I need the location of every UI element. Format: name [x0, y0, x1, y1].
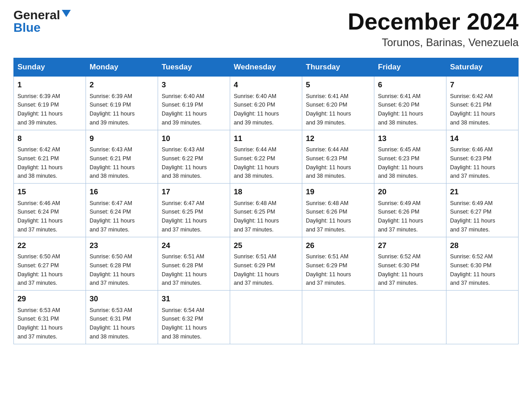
- day-info: Sunrise: 6:40 AMSunset: 6:20 PMDaylight:…: [234, 93, 279, 126]
- day-number: 14: [450, 133, 515, 145]
- day-number: 17: [162, 186, 226, 198]
- day-number: 3: [162, 79, 226, 91]
- day-number: 29: [17, 293, 82, 305]
- day-number: 7: [450, 79, 515, 91]
- day-info: Sunrise: 6:43 AMSunset: 6:22 PMDaylight:…: [162, 146, 207, 179]
- col-header-saturday: Saturday: [446, 58, 519, 77]
- day-number: 24: [162, 240, 226, 252]
- calendar-cell: [374, 291, 446, 344]
- logo-blue-text: Blue: [13, 21, 41, 34]
- col-header-tuesday: Tuesday: [158, 58, 230, 77]
- day-info: Sunrise: 6:52 AMSunset: 6:30 PMDaylight:…: [450, 253, 495, 286]
- day-number: 23: [90, 240, 154, 252]
- logo-triangle-icon: [62, 10, 71, 17]
- calendar-cell: 6 Sunrise: 6:41 AMSunset: 6:20 PMDayligh…: [374, 77, 446, 130]
- calendar-cell: [230, 291, 302, 344]
- day-info: Sunrise: 6:41 AMSunset: 6:20 PMDaylight:…: [378, 93, 423, 126]
- day-number: 11: [234, 133, 298, 145]
- day-number: 15: [17, 186, 82, 198]
- calendar-week-1: 1 Sunrise: 6:39 AMSunset: 6:19 PMDayligh…: [14, 77, 519, 130]
- day-info: Sunrise: 6:47 AMSunset: 6:24 PMDaylight:…: [90, 200, 135, 233]
- day-info: Sunrise: 6:49 AMSunset: 6:27 PMDaylight:…: [450, 200, 495, 233]
- day-info: Sunrise: 6:46 AMSunset: 6:23 PMDaylight:…: [450, 146, 495, 179]
- title-block: December 2024 Torunos, Barinas, Venezuel…: [348, 9, 519, 49]
- day-info: Sunrise: 6:48 AMSunset: 6:26 PMDaylight:…: [306, 200, 351, 233]
- day-info: Sunrise: 6:50 AMSunset: 6:27 PMDaylight:…: [17, 253, 63, 286]
- day-info: Sunrise: 6:54 AMSunset: 6:32 PMDaylight:…: [162, 307, 207, 340]
- calendar-cell: 2 Sunrise: 6:39 AMSunset: 6:19 PMDayligh…: [86, 77, 158, 130]
- calendar-cell: [302, 291, 374, 344]
- day-number: 6: [378, 79, 442, 91]
- day-info: Sunrise: 6:45 AMSunset: 6:23 PMDaylight:…: [378, 146, 423, 179]
- day-info: Sunrise: 6:42 AMSunset: 6:21 PMDaylight:…: [17, 146, 63, 179]
- day-number: 8: [17, 133, 82, 145]
- day-info: Sunrise: 6:42 AMSunset: 6:21 PMDaylight:…: [450, 93, 495, 126]
- calendar-cell: 15 Sunrise: 6:46 AMSunset: 6:24 PMDaylig…: [14, 184, 86, 237]
- day-info: Sunrise: 6:46 AMSunset: 6:24 PMDaylight:…: [17, 200, 63, 233]
- calendar-cell: 20 Sunrise: 6:49 AMSunset: 6:26 PMDaylig…: [374, 184, 446, 237]
- day-info: Sunrise: 6:51 AMSunset: 6:29 PMDaylight:…: [234, 253, 279, 286]
- day-info: Sunrise: 6:53 AMSunset: 6:31 PMDaylight:…: [90, 307, 135, 340]
- calendar-cell: 4 Sunrise: 6:40 AMSunset: 6:20 PMDayligh…: [230, 77, 302, 130]
- calendar-cell: 10 Sunrise: 6:43 AMSunset: 6:22 PMDaylig…: [158, 130, 230, 184]
- calendar-week-5: 29 Sunrise: 6:53 AMSunset: 6:31 PMDaylig…: [14, 291, 519, 344]
- day-info: Sunrise: 6:49 AMSunset: 6:26 PMDaylight:…: [378, 200, 423, 233]
- calendar-cell: 16 Sunrise: 6:47 AMSunset: 6:24 PMDaylig…: [86, 184, 158, 237]
- day-info: Sunrise: 6:40 AMSunset: 6:19 PMDaylight:…: [162, 93, 207, 126]
- calendar-week-4: 22 Sunrise: 6:50 AMSunset: 6:27 PMDaylig…: [14, 237, 519, 291]
- calendar-week-2: 8 Sunrise: 6:42 AMSunset: 6:21 PMDayligh…: [14, 130, 519, 184]
- day-info: Sunrise: 6:47 AMSunset: 6:25 PMDaylight:…: [162, 200, 207, 233]
- day-number: 31: [162, 293, 226, 305]
- calendar-cell: 27 Sunrise: 6:52 AMSunset: 6:30 PMDaylig…: [374, 237, 446, 291]
- calendar-cell: 30 Sunrise: 6:53 AMSunset: 6:31 PMDaylig…: [86, 291, 158, 344]
- calendar-cell: 1 Sunrise: 6:39 AMSunset: 6:19 PMDayligh…: [14, 77, 86, 130]
- day-info: Sunrise: 6:39 AMSunset: 6:19 PMDaylight:…: [90, 93, 135, 126]
- day-number: 27: [378, 240, 442, 252]
- day-number: 25: [234, 240, 298, 252]
- day-info: Sunrise: 6:51 AMSunset: 6:29 PMDaylight:…: [306, 253, 351, 286]
- calendar-cell: 19 Sunrise: 6:48 AMSunset: 6:26 PMDaylig…: [302, 184, 374, 237]
- calendar-cell: 21 Sunrise: 6:49 AMSunset: 6:27 PMDaylig…: [446, 184, 519, 237]
- day-number: 10: [162, 133, 226, 145]
- day-number: 18: [234, 186, 298, 198]
- day-number: 26: [306, 240, 370, 252]
- day-number: 9: [90, 133, 154, 145]
- calendar-cell: 26 Sunrise: 6:51 AMSunset: 6:29 PMDaylig…: [302, 237, 374, 291]
- calendar-cell: 17 Sunrise: 6:47 AMSunset: 6:25 PMDaylig…: [158, 184, 230, 237]
- calendar-week-3: 15 Sunrise: 6:46 AMSunset: 6:24 PMDaylig…: [14, 184, 519, 237]
- day-number: 1: [17, 79, 82, 91]
- calendar-cell: 28 Sunrise: 6:52 AMSunset: 6:30 PMDaylig…: [446, 237, 519, 291]
- day-info: Sunrise: 6:51 AMSunset: 6:28 PMDaylight:…: [162, 253, 207, 286]
- day-info: Sunrise: 6:50 AMSunset: 6:28 PMDaylight:…: [90, 253, 135, 286]
- calendar-cell: 5 Sunrise: 6:41 AMSunset: 6:20 PMDayligh…: [302, 77, 374, 130]
- day-info: Sunrise: 6:43 AMSunset: 6:21 PMDaylight:…: [90, 146, 135, 179]
- day-number: 4: [234, 79, 298, 91]
- day-info: Sunrise: 6:39 AMSunset: 6:19 PMDaylight:…: [17, 93, 63, 126]
- page-header: General Blue December 2024 Torunos, Bari…: [13, 9, 519, 49]
- calendar-cell: 9 Sunrise: 6:43 AMSunset: 6:21 PMDayligh…: [86, 130, 158, 184]
- calendar-cell: 24 Sunrise: 6:51 AMSunset: 6:28 PMDaylig…: [158, 237, 230, 291]
- day-number: 30: [90, 293, 154, 305]
- col-header-thursday: Thursday: [302, 58, 374, 77]
- day-number: 13: [378, 133, 442, 145]
- col-header-monday: Monday: [86, 58, 158, 77]
- day-info: Sunrise: 6:44 AMSunset: 6:23 PMDaylight:…: [306, 146, 351, 179]
- day-info: Sunrise: 6:41 AMSunset: 6:20 PMDaylight:…: [306, 93, 351, 126]
- day-info: Sunrise: 6:52 AMSunset: 6:30 PMDaylight:…: [378, 253, 423, 286]
- day-number: 12: [306, 133, 370, 145]
- calendar-cell: 29 Sunrise: 6:53 AMSunset: 6:31 PMDaylig…: [14, 291, 86, 344]
- calendar-cell: 3 Sunrise: 6:40 AMSunset: 6:19 PMDayligh…: [158, 77, 230, 130]
- calendar-cell: 22 Sunrise: 6:50 AMSunset: 6:27 PMDaylig…: [14, 237, 86, 291]
- calendar-table: SundayMondayTuesdayWednesdayThursdayFrid…: [13, 58, 519, 344]
- col-header-sunday: Sunday: [14, 58, 86, 77]
- day-number: 16: [90, 186, 154, 198]
- col-header-wednesday: Wednesday: [230, 58, 302, 77]
- calendar-cell: 23 Sunrise: 6:50 AMSunset: 6:28 PMDaylig…: [86, 237, 158, 291]
- day-number: 28: [450, 240, 515, 252]
- calendar-cell: 7 Sunrise: 6:42 AMSunset: 6:21 PMDayligh…: [446, 77, 519, 130]
- calendar-cell: 25 Sunrise: 6:51 AMSunset: 6:29 PMDaylig…: [230, 237, 302, 291]
- calendar-cell: 12 Sunrise: 6:44 AMSunset: 6:23 PMDaylig…: [302, 130, 374, 184]
- day-number: 5: [306, 79, 370, 91]
- calendar-cell: [446, 291, 519, 344]
- calendar-cell: 14 Sunrise: 6:46 AMSunset: 6:23 PMDaylig…: [446, 130, 519, 184]
